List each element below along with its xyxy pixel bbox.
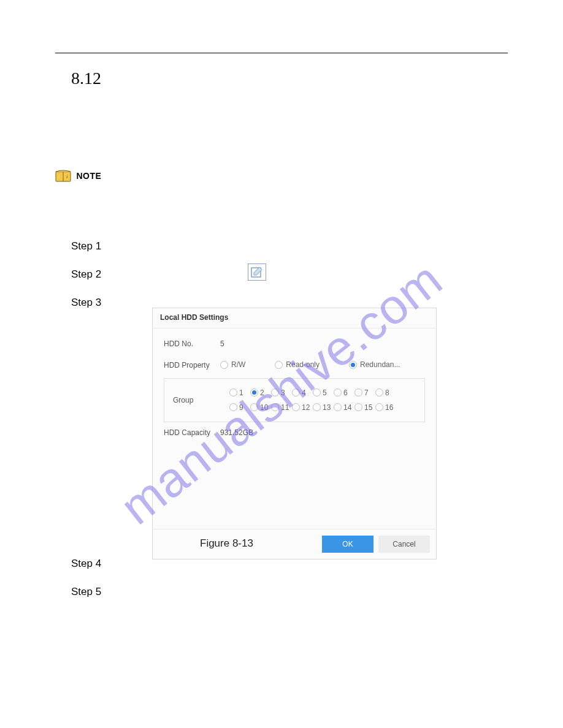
radio-icon <box>292 403 300 411</box>
radio-icon <box>313 403 321 411</box>
group-radio[interactable]: 15 <box>354 403 375 412</box>
hdd-property-radio[interactable]: R/W <box>220 360 245 369</box>
radio-label: 8 <box>385 389 389 397</box>
hdd-no-value: 5 <box>220 339 224 348</box>
hdd-property-radio[interactable]: Redundan... <box>349 360 400 369</box>
radio-icon <box>220 361 228 369</box>
radio-label: 7 <box>364 389 369 397</box>
group-radio[interactable]: 1 <box>229 389 250 397</box>
document-page: 8.12 i NOTE Step 1 Step 2 Step 3 Local H… <box>0 0 563 728</box>
radio-icon <box>354 389 362 396</box>
hdd-no-label: HDD No. <box>164 339 220 348</box>
dialog-body: HDD No. 5 HDD Property R/WRead-onlyRedun… <box>153 328 436 529</box>
hdd-capacity-row: HDD Capacity 931.52GB <box>164 422 425 443</box>
group-radio[interactable]: 8 <box>375 389 396 397</box>
radio-icon <box>275 361 283 369</box>
group-radio[interactable]: 14 <box>334 403 354 412</box>
radio-icon <box>354 403 362 411</box>
cancel-button[interactable]: Cancel <box>378 536 430 553</box>
group-radio[interactable]: 5 <box>313 389 334 397</box>
group-radio[interactable]: 16 <box>375 403 396 412</box>
hdd-capacity-label: HDD Capacity <box>164 428 220 437</box>
hdd-property-row: HDD Property R/WRead-onlyRedundan... <box>164 354 425 377</box>
radio-label: 10 <box>260 403 268 412</box>
step-item: Step 5 <box>71 586 101 598</box>
group-radio[interactable]: 7 <box>354 389 375 397</box>
radio-label: Redundan... <box>360 360 400 369</box>
radio-label: 11 <box>281 403 289 412</box>
edit-icon <box>248 264 266 281</box>
radio-icon <box>334 403 342 411</box>
step-item: Step 4 <box>71 558 101 570</box>
group-label: Group <box>173 396 229 404</box>
group-radio[interactable]: 2 <box>250 389 271 397</box>
radio-icon <box>375 389 383 396</box>
radio-icon <box>292 389 300 396</box>
hdd-property-options: R/WRead-onlyRedundan... <box>220 360 400 371</box>
radio-label: 3 <box>281 389 285 397</box>
figure-caption: Figure 8-13 <box>200 537 253 550</box>
radio-icon <box>250 403 258 411</box>
radio-icon <box>375 403 383 411</box>
radio-label: R/W <box>231 360 245 369</box>
group-radio[interactable]: 13 <box>313 403 334 412</box>
group-options: 12345678910111213141516 <box>229 389 396 412</box>
step-item: Step 1 <box>71 240 101 252</box>
group-radio[interactable]: 10 <box>250 403 271 412</box>
radio-icon <box>229 389 237 396</box>
radio-icon <box>271 389 279 396</box>
radio-label: 1 <box>239 389 243 397</box>
note-callout: i NOTE <box>55 169 101 183</box>
note-label: NOTE <box>76 171 101 181</box>
radio-label: 9 <box>239 403 243 412</box>
step-item: Step 2 <box>71 268 101 281</box>
hdd-property-label: HDD Property <box>164 361 220 370</box>
group-radio[interactable]: 6 <box>334 389 354 397</box>
radio-label: 2 <box>260 389 264 397</box>
horizontal-rule <box>55 53 508 53</box>
radio-icon <box>349 361 357 369</box>
group-radio[interactable]: 11 <box>271 403 292 412</box>
dialog-footer: OK Cancel <box>153 529 436 559</box>
radio-icon <box>271 403 279 411</box>
radio-label: 13 <box>323 403 331 412</box>
hdd-property-radio[interactable]: Read-only <box>275 360 320 369</box>
group-radio[interactable]: 9 <box>229 403 250 412</box>
group-radio[interactable]: 4 <box>292 389 313 397</box>
steps-list-upper: Step 1 Step 2 Step 3 <box>71 240 101 325</box>
radio-label: 6 <box>343 389 348 397</box>
step-item: Step 3 <box>71 297 101 309</box>
radio-icon <box>250 389 258 396</box>
radio-label: 12 <box>302 403 310 412</box>
radio-label: 16 <box>385 403 393 412</box>
group-radio[interactable]: 12 <box>292 403 313 412</box>
dialog-title: Local HDD Settings <box>153 308 436 328</box>
group-row: Group 12345678910111213141516 <box>173 385 416 415</box>
steps-list-lower: Step 4 Step 5 <box>71 558 101 614</box>
group-panel: Group 12345678910111213141516 <box>164 378 425 422</box>
note-icon: i <box>55 169 72 183</box>
radio-label: Read-only <box>286 360 320 369</box>
hdd-capacity-value: 931.52GB <box>220 428 253 437</box>
radio-label: 15 <box>364 403 372 412</box>
radio-label: 4 <box>302 389 306 397</box>
radio-icon <box>334 389 342 396</box>
ok-button[interactable]: OK <box>322 536 373 553</box>
radio-label: 5 <box>323 389 327 397</box>
radio-icon <box>229 403 237 411</box>
hdd-no-row: HDD No. 5 <box>164 333 425 354</box>
group-radio[interactable]: 3 <box>271 389 292 397</box>
radio-label: 14 <box>343 403 351 412</box>
section-number: 8.12 <box>71 69 101 88</box>
local-hdd-settings-dialog: Local HDD Settings HDD No. 5 HDD Propert… <box>152 308 437 559</box>
radio-icon <box>313 389 321 396</box>
